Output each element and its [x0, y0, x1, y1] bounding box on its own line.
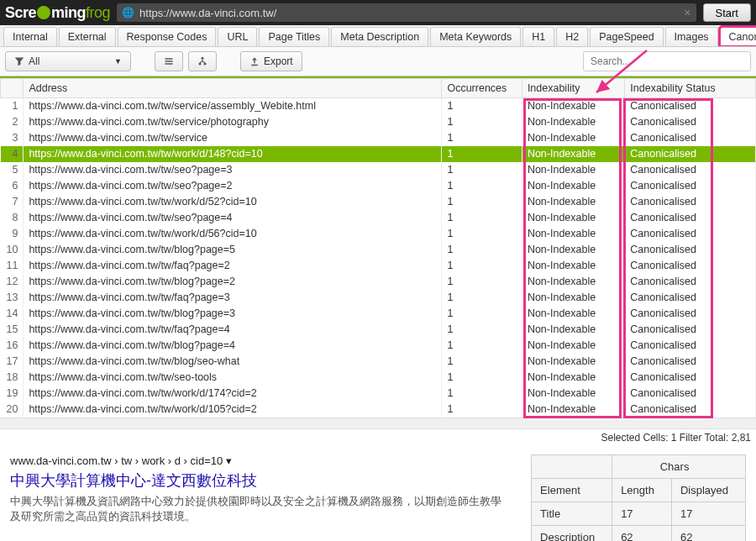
search-input[interactable] [583, 51, 751, 71]
caret-down-icon: ▼ [114, 57, 122, 66]
filter-dropdown[interactable]: All ▼ [5, 51, 131, 71]
col-rownum[interactable] [1, 79, 24, 98]
table-row[interactable]: 17https://www.da-vinci.com.tw/tw/blog/se… [1, 354, 756, 370]
cell-indexability: Non-Indexable [522, 210, 624, 226]
toolbar: All ▼ Export [0, 47, 756, 76]
table-row[interactable]: 15https://www.da-vinci.com.tw/tw/faq?pag… [1, 322, 756, 338]
table-row[interactable]: 8https://www.da-vinci.com.tw/tw/seo?page… [1, 210, 756, 226]
table-row[interactable]: 6https://www.da-vinci.com.tw/tw/seo?page… [1, 178, 756, 194]
globe-icon: 🌐 [122, 7, 134, 18]
tab-h2[interactable]: H2 [556, 27, 588, 46]
table-row[interactable]: 18https://www.da-vinci.com.tw/tw/seo-too… [1, 370, 756, 386]
table-row[interactable]: 19https://www.da-vinci.com.tw/tw/work/d/… [1, 386, 756, 402]
col-occurrences[interactable]: Occurrences [442, 79, 522, 98]
col-indexability-status[interactable]: Indexability Status [625, 79, 756, 98]
tree-view-button[interactable] [188, 51, 217, 71]
table-row[interactable]: 12https://www.da-vinci.com.tw/tw/blog?pa… [1, 274, 756, 290]
cell-status: Canonicalised [625, 290, 756, 306]
chars-length: 17 [612, 502, 672, 525]
cell-occurrences: 1 [442, 402, 522, 418]
start-button[interactable]: Start [703, 3, 751, 22]
cell-indexability: Non-Indexable [522, 98, 624, 114]
cell-occurrences: 1 [442, 306, 522, 322]
cell-rownum: 9 [1, 226, 24, 242]
cell-address: https://www.da-vinci.com.tw/tw/work/d/52… [24, 194, 442, 210]
cell-occurrences: 1 [442, 178, 522, 194]
cell-status: Canonicalised [625, 354, 756, 370]
table-row[interactable]: 3https://www.da-vinci.com.tw/tw/service1… [1, 130, 756, 146]
tab-meta-description[interactable]: Meta Description [331, 27, 428, 46]
cell-rownum: 16 [1, 338, 24, 354]
serp-title: 中興大學計算機中心-達文西數位科技 [10, 470, 511, 491]
cell-status: Canonicalised [625, 114, 756, 130]
url-bar[interactable]: 🌐 https://www.da-vinci.com.tw/ × [117, 3, 696, 22]
cell-indexability: Non-Indexable [522, 146, 624, 162]
table-row[interactable]: 1https://www.da-vinci.com.tw/tw/service/… [1, 98, 756, 114]
horizontal-scrollbar[interactable] [0, 418, 756, 429]
results-table-wrap: Address Occurrences Indexability Indexab… [0, 76, 756, 429]
table-row[interactable]: 10https://www.da-vinci.com.tw/tw/blog?pa… [1, 242, 756, 258]
cell-address: https://www.da-vinci.com.tw/tw/blog/seo-… [24, 354, 442, 370]
table-row[interactable]: 9https://www.da-vinci.com.tw/tw/work/d/5… [1, 226, 756, 242]
table-row[interactable]: 16https://www.da-vinci.com.tw/tw/blog?pa… [1, 338, 756, 354]
cell-rownum: 8 [1, 210, 24, 226]
filter-icon [14, 56, 24, 66]
cell-rownum: 14 [1, 306, 24, 322]
serp-breadcrumb: www.da-vinci.com.tw › tw › work › d › ci… [10, 454, 511, 467]
table-row[interactable]: 2https://www.da-vinci.com.tw/tw/service/… [1, 114, 756, 130]
cell-status: Canonicalised [625, 98, 756, 114]
export-label: Export [264, 55, 293, 67]
cell-status: Canonicalised [625, 338, 756, 354]
logo-o-icon [37, 6, 50, 19]
cell-status: Canonicalised [625, 226, 756, 242]
table-row[interactable]: 7https://www.da-vinci.com.tw/tw/work/d/5… [1, 194, 756, 210]
svg-point-3 [204, 63, 207, 66]
cell-rownum: 19 [1, 386, 24, 402]
cell-indexability: Non-Indexable [522, 322, 624, 338]
cell-address: https://www.da-vinci.com.tw/tw/work/d/14… [24, 146, 442, 162]
tab-external[interactable]: External [59, 27, 116, 46]
cell-indexability: Non-Indexable [522, 114, 624, 130]
table-row[interactable]: 14https://www.da-vinci.com.tw/tw/blog?pa… [1, 306, 756, 322]
serp-description: 中興大學計算機及資訊網路中心致力於提供校園即時以及安全之計算機及網路服務，以期創… [10, 494, 511, 526]
tab-meta-keywords[interactable]: Meta Keywords [430, 27, 521, 46]
cell-status: Canonicalised [625, 386, 756, 402]
status-line: Selected Cells: 1 Filter Total: 2,81 [0, 429, 756, 446]
tab-page-titles[interactable]: Page Titles [259, 27, 329, 46]
cell-occurrences: 1 [442, 354, 522, 370]
cell-status: Canonicalised [625, 162, 756, 178]
tab-canonicals[interactable]: Canonicals [720, 27, 756, 46]
cell-rownum: 12 [1, 274, 24, 290]
tab-h1[interactable]: H1 [522, 27, 554, 46]
tab-pagespeed[interactable]: PageSpeed [590, 27, 663, 46]
tab-url[interactable]: URL [218, 27, 257, 46]
upload-icon [249, 56, 260, 66]
cell-occurrences: 1 [442, 226, 522, 242]
table-row[interactable]: 4https://www.da-vinci.com.tw/tw/work/d/1… [1, 146, 756, 162]
export-button[interactable]: Export [240, 51, 302, 71]
tab-images[interactable]: Images [665, 27, 718, 46]
table-row[interactable]: 5https://www.da-vinci.com.tw/tw/seo?page… [1, 162, 756, 178]
col-indexability[interactable]: Indexability [522, 79, 624, 98]
cell-indexability: Non-Indexable [522, 306, 624, 322]
cell-occurrences: 1 [442, 98, 522, 114]
cell-address: https://www.da-vinci.com.tw/tw/seo?page=… [24, 210, 442, 226]
cell-address: https://www.da-vinci.com.tw/tw/seo-tools [24, 370, 442, 386]
clear-url-icon[interactable]: × [684, 6, 690, 19]
url-text: https://www.da-vinci.com.tw/ [139, 7, 276, 19]
list-view-button[interactable] [155, 51, 183, 71]
table-row[interactable]: 20https://www.da-vinci.com.tw/tw/work/d/… [1, 402, 756, 418]
chars-displayed: 17 [671, 502, 745, 525]
chars-length: 62 [612, 525, 672, 541]
cell-occurrences: 1 [442, 322, 522, 338]
cell-status: Canonicalised [625, 210, 756, 226]
tab-response-codes[interactable]: Response Codes [118, 27, 217, 46]
table-row[interactable]: 11https://www.da-vinci.com.tw/tw/faq?pag… [1, 258, 756, 274]
cell-rownum: 6 [1, 178, 24, 194]
tab-internal[interactable]: Internal [3, 27, 57, 46]
cell-status: Canonicalised [625, 322, 756, 338]
cell-indexability: Non-Indexable [522, 130, 624, 146]
table-row[interactable]: 13https://www.da-vinci.com.tw/tw/faq?pag… [1, 290, 756, 306]
col-address[interactable]: Address [24, 79, 442, 98]
cell-status: Canonicalised [625, 274, 756, 290]
